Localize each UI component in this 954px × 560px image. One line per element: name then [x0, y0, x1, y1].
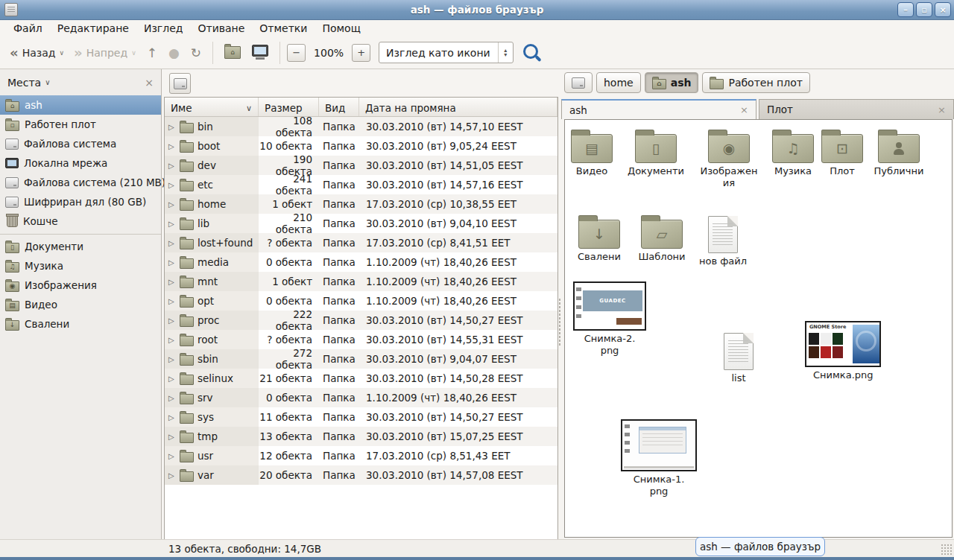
menu-item[interactable]: Отметки	[252, 21, 315, 36]
sidebar-title[interactable]: Места	[7, 77, 41, 89]
icon-view-item[interactable]: ⊡Плот	[818, 127, 866, 177]
expander-icon[interactable]: ▷	[168, 258, 176, 267]
table-row[interactable]: ▷mnt1 обектПапка1.10.2009 (чт) 18,40,26 …	[165, 272, 557, 291]
zoom-in-button[interactable]: +	[352, 44, 370, 62]
table-row[interactable]: ▷lib210 обектаПапка30.03.2010 (вт) 9,04,…	[165, 214, 557, 233]
icon-view-item[interactable]: ▯Документи	[625, 127, 687, 177]
sidebar-item[interactable]: ▯Документи	[0, 237, 161, 256]
sidebar-item[interactable]: ♫Музика	[0, 256, 161, 276]
expander-icon[interactable]: ▷	[168, 355, 176, 363]
sidebar-close-icon[interactable]: ×	[145, 77, 154, 89]
expander-icon[interactable]: ▷	[168, 433, 176, 441]
search-icon[interactable]	[523, 44, 538, 59]
icon-view-item[interactable]: нов файл	[695, 213, 751, 267]
expander-icon[interactable]: ▷	[168, 278, 176, 286]
expander-icon[interactable]: ▷	[168, 162, 176, 170]
pathbar-button[interactable]: ⌂ash	[645, 72, 699, 93]
expander-icon[interactable]: ▷	[168, 375, 176, 383]
table-row[interactable]: ▷selinux21 обектаПапка30.03.2010 (вт) 14…	[165, 369, 557, 388]
expander-icon[interactable]: ▷	[168, 123, 176, 131]
close-icon[interactable]: ×	[740, 104, 748, 115]
view-mode-select[interactable]: Изглед като икони ▴ ▾	[379, 42, 514, 63]
expander-icon[interactable]: ▷	[168, 200, 176, 209]
table-row[interactable]: ▷bin108 обектаПапка30.03.2010 (вт) 14,57…	[165, 117, 557, 136]
menu-item[interactable]: Отиване	[190, 21, 252, 36]
back-button[interactable]: « Назад ∨	[6, 44, 68, 62]
column-header-name[interactable]: Име ∨	[165, 98, 259, 116]
menu-item[interactable]: Редактиране	[50, 21, 136, 36]
sidebar-item[interactable]: Файлова система (210 MB)	[0, 173, 161, 192]
maximize-button[interactable]: ▫	[916, 2, 932, 17]
reload-button[interactable]: ↻	[186, 44, 206, 62]
icon-view-item[interactable]: Публични	[869, 127, 929, 177]
close-button[interactable]: ×	[935, 2, 951, 17]
home-button[interactable]: ⌂	[224, 46, 241, 59]
resize-grip[interactable]	[941, 544, 953, 556]
tab[interactable]: Плот×	[759, 99, 954, 119]
table-row[interactable]: ▷proc222 обектаПапка30.03.2010 (вт) 14,5…	[165, 311, 557, 330]
column-header-date[interactable]: Дата на промяна	[359, 98, 557, 116]
icon-view-item[interactable]: ↓Свалени	[571, 213, 628, 263]
expander-icon[interactable]: ▷	[168, 471, 176, 480]
expander-icon[interactable]: ▷	[168, 394, 176, 402]
zoom-out-button[interactable]: −	[287, 44, 306, 62]
table-row[interactable]: ▷var20 обектаПапка30.03.2010 (вт) 14,57,…	[165, 465, 557, 485]
column-header-size[interactable]: Размер	[259, 98, 319, 116]
table-row[interactable]: ▷lost+found? обектаПапка17.03.2010 (ср) …	[165, 233, 557, 252]
icon-view-item[interactable]: ◉Изображен ия	[699, 127, 759, 188]
forward-button[interactable]: » Напред ∨	[70, 44, 140, 62]
table-row[interactable]: ▷tmp13 обектаПапка30.03.2010 (вт) 15,07,…	[165, 427, 557, 446]
pane-splitter[interactable]	[558, 298, 561, 347]
table-row[interactable]: ▷sbin272 обектаПапка30.03.2010 (вт) 9,04…	[165, 349, 557, 369]
sidebar-item[interactable]: ▤Видео	[0, 295, 161, 314]
sidebar-item[interactable]: ▫Работен плот	[0, 115, 161, 134]
minimize-button[interactable]: –	[897, 2, 914, 17]
expander-icon[interactable]: ▷	[168, 142, 176, 150]
menu-item[interactable]: Изглед	[136, 21, 191, 36]
pane-location-button[interactable]	[169, 73, 191, 94]
expander-icon[interactable]: ▷	[168, 336, 176, 344]
sidebar-item[interactable]: Файлова система	[0, 134, 161, 153]
stop-button[interactable]: ●	[164, 44, 184, 62]
back-dropdown-icon[interactable]: ∨	[59, 49, 64, 57]
icon-view-item[interactable]: GUADECСнимка-2. png	[571, 281, 648, 356]
table-row[interactable]: ▷root? обектаПапка30.03.2010 (вт) 14,55,…	[165, 330, 557, 349]
table-row[interactable]: ▷home1 обектПапка17.03.2010 (ср) 10,38,5…	[165, 194, 557, 214]
up-button[interactable]: ↑	[142, 44, 162, 62]
close-icon[interactable]: ×	[938, 104, 946, 115]
expander-icon[interactable]: ▷	[168, 316, 176, 325]
table-row[interactable]: ▷srv0 обектаПапка1.10.2009 (чт) 18,40,26…	[165, 388, 557, 407]
sidebar-item[interactable]: ⌂ash	[0, 95, 161, 115]
sidebar-item[interactable]: Локална мрежа	[0, 153, 161, 173]
icon-view-item[interactable]: ♫Музика	[762, 127, 824, 177]
expander-icon[interactable]: ▷	[168, 220, 176, 228]
expander-icon[interactable]: ▷	[168, 239, 176, 247]
pathbar-button[interactable]: Работен плот	[702, 72, 809, 93]
expander-icon[interactable]: ▷	[168, 297, 176, 305]
sidebar-item[interactable]: ◉Изображения	[0, 276, 161, 295]
sidebar-item[interactable]: ↓Свалени	[0, 314, 161, 334]
tab[interactable]: ash×	[561, 99, 756, 119]
pathbar-button[interactable]: home	[596, 72, 641, 93]
pathbar-button[interactable]	[564, 72, 593, 93]
stepper-icon[interactable]: ▴ ▾	[498, 42, 513, 63]
table-row[interactable]: ▷media0 обектаПапка1.10.2009 (чт) 18,40,…	[165, 252, 557, 272]
table-row[interactable]: ▷etc241 обектаПапка30.03.2010 (вт) 14,57…	[165, 175, 557, 194]
column-header-type[interactable]: Вид	[319, 98, 359, 116]
table-row[interactable]: ▷dev190 обектаПапка30.03.2010 (вт) 14,51…	[165, 156, 557, 175]
table-row[interactable]: ▷opt0 обектаПапка1.10.2009 (чт) 18,40,26…	[165, 291, 557, 311]
computer-button[interactable]	[252, 45, 268, 57]
menu-item[interactable]: Помощ	[315, 21, 367, 36]
table-row[interactable]: ▷sys11 обектаПапка30.03.2010 (вт) 14,50,…	[165, 407, 557, 427]
icon-view-item[interactable]: GNOME StoreСнимка.png	[804, 321, 882, 381]
expander-icon[interactable]: ▷	[168, 452, 176, 460]
table-row[interactable]: ▷boot10 обектаПапка30.03.2010 (вт) 9,05,…	[165, 136, 557, 156]
sidebar-item[interactable]: Кошче	[0, 211, 161, 231]
icon-view-item[interactable]: list	[712, 330, 765, 384]
icon-view-item[interactable]: ▤Видео	[564, 127, 620, 177]
expander-icon[interactable]: ▷	[168, 413, 176, 421]
expander-icon[interactable]: ▷	[168, 181, 176, 189]
sidebar-chevron-icon[interactable]: ∨	[45, 78, 50, 86]
menu-item[interactable]: Файл	[6, 21, 50, 36]
table-row[interactable]: ▷usr12 обектаПапка17.03.2010 (ср) 8,51,4…	[165, 446, 557, 465]
